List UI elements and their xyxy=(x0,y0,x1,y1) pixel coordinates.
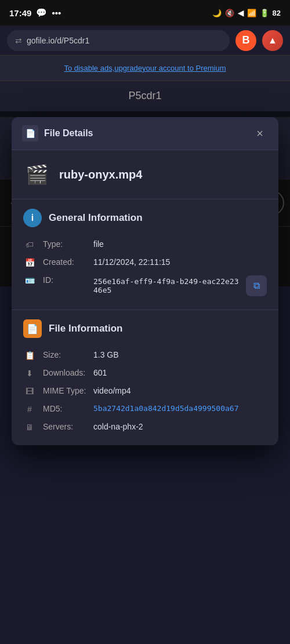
downloads-label: Downloads: xyxy=(43,368,86,377)
calendar-icon: 📅 xyxy=(23,258,36,267)
page-title: P5cdr1 xyxy=(0,81,290,110)
general-section-title: General Information xyxy=(49,212,143,224)
created-row: 📅 Created: 11/12/2024, 22:11:15 xyxy=(23,253,267,271)
url-bar: ⇄ gofile.io/d/P5cdr1 B ▲ xyxy=(0,26,290,56)
hash-icon: # xyxy=(23,405,36,414)
battery-level: 82 xyxy=(273,9,281,17)
general-section-header: i General Information xyxy=(23,209,267,227)
file-section-header: 📄 File Information xyxy=(23,319,267,338)
file-name: ruby-onyx.mp4 xyxy=(59,168,142,181)
id-icon: 🪪 xyxy=(23,276,36,285)
status-time: 17:49 xyxy=(9,8,31,18)
document-icon: 📄 xyxy=(23,319,42,338)
id-row-content: 256e16af-eff9-4f9a-b249-eac22e2346e5 ⧉ xyxy=(93,275,267,296)
created-value: 11/12/2024, 22:11:15 xyxy=(93,257,170,267)
modal-header: 📄 File Details × xyxy=(12,117,278,150)
servers-row: 🖥 Servers: cold-na-phx-2 xyxy=(23,418,267,436)
modal-header-left: 📄 File Details xyxy=(22,125,93,141)
type-value: file xyxy=(93,239,104,249)
id-row: 🪪 ID: 256e16af-eff9-4f9a-b249-eac22e2346… xyxy=(23,271,267,300)
modal-title: File Details xyxy=(44,128,93,139)
tag-icon: 🏷 xyxy=(23,240,36,249)
type-label: Type: xyxy=(43,239,86,249)
size-value: 1.3 GB xyxy=(93,350,119,359)
ad-banner: To disable ads, upgrade your account to … xyxy=(0,56,290,81)
signal-icon: ◀ xyxy=(238,9,244,17)
size-icon: 📋 xyxy=(23,351,36,360)
more-icon: ••• xyxy=(52,8,61,18)
link-icon: ⇄ xyxy=(15,36,22,45)
server-icon: 🖥 xyxy=(23,423,36,432)
prism-icon[interactable]: ▲ xyxy=(262,30,283,51)
file-details-modal: 📄 File Details × 🎬 ruby-onyx.mp4 i xyxy=(12,117,278,445)
md5-label: MD5: xyxy=(43,404,86,413)
file-big-icon: 🎬 xyxy=(23,161,51,188)
modal-overlay: 📄 File Details × 🎬 ruby-onyx.mp4 i xyxy=(0,111,290,117)
id-label: ID: xyxy=(43,275,86,285)
mime-icon: 🎞 xyxy=(23,387,36,396)
status-bar: 17:49 💬 ••• 🌙 🔇 ◀ 📶 🔋 82 xyxy=(0,0,290,26)
ad-text-before: To disable ads, xyxy=(64,64,115,72)
info-icon: i xyxy=(23,209,42,227)
status-left: 17:49 💬 ••• xyxy=(9,8,61,18)
type-row: 🏷 Type: file xyxy=(23,235,267,253)
servers-value: cold-na-phx-2 xyxy=(93,422,143,431)
servers-label: Servers: xyxy=(43,422,86,431)
file-section-title: File Information xyxy=(49,323,123,334)
status-right: 🌙 🔇 ◀ 📶 🔋 82 xyxy=(212,9,281,17)
moon-icon: 🌙 xyxy=(212,9,222,17)
url-text: gofile.io/d/P5cdr1 xyxy=(27,36,89,45)
general-information-section: i General Information 🏷 Type: file 📅 Cre… xyxy=(12,199,278,310)
created-label: Created: xyxy=(43,257,86,267)
id-value: 256e16af-eff9-4f9a-b249-eac22e2346e5 xyxy=(93,277,240,294)
battery-icon: 🔋 xyxy=(260,9,269,17)
chat-icon: 💬 xyxy=(36,8,47,18)
modal-file-icon: 📄 xyxy=(22,125,38,141)
md5-value: 5ba2742d1a0a842d19d5da4999500a67 xyxy=(93,404,238,413)
file-information-section: 📄 File Information 📋 Size: 1.3 GB ⬇ Down… xyxy=(12,310,278,445)
size-row: 📋 Size: 1.3 GB xyxy=(23,346,267,364)
mime-value: video/mp4 xyxy=(93,386,131,395)
wifi-icon: 📶 xyxy=(247,9,256,17)
size-label: Size: xyxy=(43,350,86,359)
volume-icon: 🔇 xyxy=(225,9,234,17)
downloads-row: ⬇ Downloads: 601 xyxy=(23,364,267,382)
file-name-area: 🎬 ruby-onyx.mp4 xyxy=(12,150,278,199)
mime-row: 🎞 MIME Type: video/mp4 xyxy=(23,382,267,400)
upgrade-link[interactable]: upgrade xyxy=(114,64,142,72)
copy-id-button[interactable]: ⧉ xyxy=(246,275,267,296)
brave-browser-icon[interactable]: B xyxy=(235,30,256,51)
ad-text-after: your account to Premium xyxy=(142,64,226,72)
page-background: To disable ads, upgrade your account to … xyxy=(0,56,290,110)
downloads-value: 601 xyxy=(93,368,107,377)
modal-close-button[interactable]: × xyxy=(252,125,268,141)
download-icon: ⬇ xyxy=(23,369,36,378)
mime-label: MIME Type: xyxy=(43,386,86,395)
md5-row: # MD5: 5ba2742d1a0a842d19d5da4999500a67 xyxy=(23,400,267,418)
url-input[interactable]: ⇄ gofile.io/d/P5cdr1 xyxy=(7,30,230,51)
